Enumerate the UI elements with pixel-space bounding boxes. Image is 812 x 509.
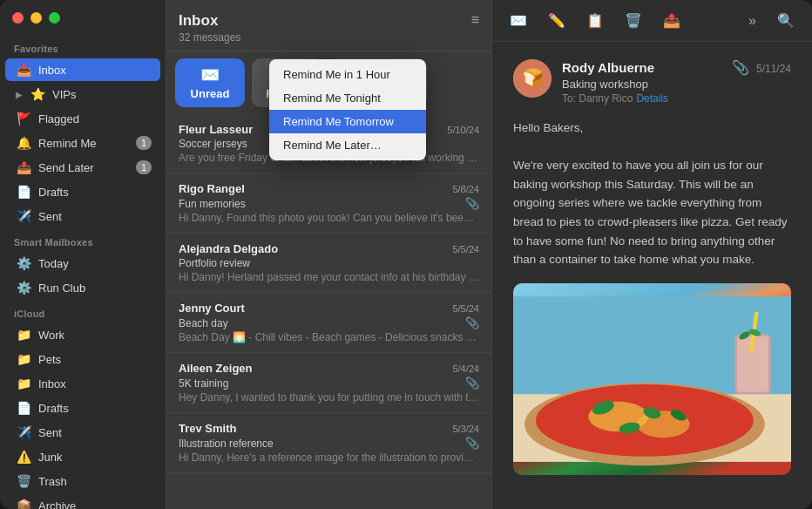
sent-icon: ✈️ xyxy=(16,208,31,224)
sidebar-item-work[interactable]: 📁 Work xyxy=(5,323,160,346)
sidebar-icloud-drafts-label: Drafts xyxy=(38,402,152,415)
sidebar-item-remind-me[interactable]: 🔔 Remind Me 1 xyxy=(5,132,160,154)
email-date: 5/11/24 xyxy=(756,63,791,75)
message-item[interactable]: Alejandra Delgado 5/5/24 Portfolio revie… xyxy=(166,234,491,293)
message-preview: Hey Danny, I wanted to thank you for put… xyxy=(179,391,479,404)
icloud-drafts-icon: 📄 xyxy=(16,400,31,416)
today-icon: ⚙️ xyxy=(16,255,31,271)
pets-icon: 📁 xyxy=(16,351,31,367)
email-subject: Baking workshop xyxy=(562,78,791,91)
icloud-sent-icon: ✈️ xyxy=(16,424,31,440)
run-club-icon: ⚙️ xyxy=(16,280,31,295)
message-date: 5/8/24 xyxy=(452,184,479,194)
message-header: Rigo Rangel 5/8/24 xyxy=(179,182,479,195)
filter-icon[interactable]: ≡ xyxy=(471,12,479,28)
message-preview: Hi Danny, Here's a reference image for t… xyxy=(179,451,479,464)
sidebar-item-today[interactable]: ⚙️ Today xyxy=(5,252,160,275)
avatar: 🍞 xyxy=(513,59,551,98)
message-item[interactable]: Aileen Zeigen 5/4/24 5K training 📎 Hey D… xyxy=(166,353,491,413)
sidebar-inbox-label: Inbox xyxy=(38,64,152,77)
message-subject: Illustration reference 📎 xyxy=(179,437,479,450)
delete-icon[interactable]: 🗑️ xyxy=(621,9,646,32)
dropdown-item-tomorrow[interactable]: Remind Me Tomorrow xyxy=(269,110,426,133)
sidebar-item-flagged[interactable]: 🚩 Flagged xyxy=(5,107,160,130)
attachment-icon: 📎 xyxy=(465,377,479,390)
move-icon[interactable]: 📋 xyxy=(583,9,607,32)
message-date: 5/3/24 xyxy=(452,424,479,434)
email-attachment-icon: 📎 xyxy=(732,59,749,76)
reply-icon[interactable]: ✉️ xyxy=(506,9,531,32)
minimize-button[interactable] xyxy=(30,12,42,24)
email-body: Hello Bakers, We're very excited to have… xyxy=(513,119,791,269)
svg-text:🍞: 🍞 xyxy=(522,67,544,88)
message-subject: Beach day 📎 xyxy=(179,316,479,329)
attachment-icon: 📎 xyxy=(465,197,479,210)
sidebar-trash-label: Trash xyxy=(38,475,152,488)
archive-icon: 📦 xyxy=(16,498,31,509)
details-link[interactable]: Details xyxy=(636,92,668,105)
sidebar-pets-label: Pets xyxy=(38,353,152,366)
sidebar-item-junk[interactable]: ⚠️ Junk xyxy=(5,445,160,468)
sidebar-icloud-inbox-label: Inbox xyxy=(38,377,152,390)
sidebar-item-drafts[interactable]: 📄 Drafts xyxy=(5,180,160,203)
message-item[interactable]: Jenny Court 5/5/24 Beach day 📎 Beach Day… xyxy=(166,293,491,353)
message-item[interactable]: Trev Smith 5/3/24 Illustration reference… xyxy=(166,413,491,473)
email-image xyxy=(513,283,791,475)
sidebar-item-vips[interactable]: ▶ ⭐ VIPs xyxy=(5,83,160,105)
message-date: 5/5/24 xyxy=(452,244,479,254)
send-later-icon: 📤 xyxy=(16,159,31,175)
vip-expand-arrow: ▶ xyxy=(16,90,23,99)
send-later-badge: 1 xyxy=(136,160,152,174)
smart-mailboxes-label: Smart Mailboxes xyxy=(0,228,166,251)
sidebar-item-icloud-inbox[interactable]: 📁 Inbox xyxy=(5,372,160,395)
vips-icon: ⭐ xyxy=(30,86,45,102)
message-header: Trev Smith 5/3/24 xyxy=(179,422,479,435)
sidebar-run-club-label: Run Club xyxy=(38,282,152,295)
sidebar-item-archive[interactable]: 📦 Archive xyxy=(5,494,160,509)
message-subject: Portfolio review xyxy=(179,257,479,269)
message-subject: 5K training 📎 xyxy=(179,377,479,390)
dropdown-item-later[interactable]: Remind Me Later… xyxy=(269,133,426,157)
message-sender: Trev Smith xyxy=(179,422,236,435)
attachment-icon: 📎 xyxy=(465,316,479,329)
close-button[interactable] xyxy=(12,12,24,24)
dropdown-item-1-hour[interactable]: Remind Me in 1 Hour xyxy=(269,63,426,86)
message-date: 5/5/24 xyxy=(452,303,479,314)
flagged-icon: 🚩 xyxy=(16,111,31,126)
compose-icon[interactable]: ✏️ xyxy=(545,9,569,32)
email-greeting: Hello Bakers, xyxy=(513,119,791,138)
message-preview: Beach Day 🌅 - Chill vibes - Beach games … xyxy=(179,331,479,343)
sidebar-item-inbox[interactable]: 📥 Inbox xyxy=(5,58,160,81)
message-item[interactable]: Rigo Rangel 5/8/24 Fun memories 📎 Hi Dan… xyxy=(166,173,491,234)
message-list: Fleur Lasseur 5/10/24 Soccer jerseys Are… xyxy=(166,114,491,509)
sidebar-item-send-later[interactable]: 📤 Send Later 1 xyxy=(5,156,160,179)
archive-toolbar-icon[interactable]: 📤 xyxy=(660,9,684,32)
sidebar-drafts-label: Drafts xyxy=(38,186,152,199)
email-header: 🍞 Rody Albuerne 📎 5/11/24 Baking worksho… xyxy=(513,59,791,105)
sidebar-item-trash[interactable]: 🗑️ Trash xyxy=(5,470,160,492)
message-sender: Rigo Rangel xyxy=(179,182,245,195)
message-date: 5/4/24 xyxy=(452,363,479,374)
email-from-line: Rody Albuerne 📎 5/11/24 xyxy=(562,59,791,76)
message-subject: Fun memories 📎 xyxy=(179,197,479,210)
sidebar-item-pets[interactable]: 📁 Pets xyxy=(5,348,160,370)
sidebar-item-icloud-sent[interactable]: ✈️ Sent xyxy=(5,421,160,444)
sidebar-send-later-label: Send Later xyxy=(38,161,129,174)
drafts-icon: 📄 xyxy=(16,184,31,200)
message-header: Aileen Zeigen 5/4/24 xyxy=(179,362,479,375)
trash-icon: 🗑️ xyxy=(16,473,31,489)
more-icon[interactable]: » xyxy=(745,10,760,32)
reading-toolbar: ✉️ ✏️ 📋 🗑️ 📤 » 🔍 xyxy=(492,0,812,42)
unread-tab-icon: ✉️ xyxy=(200,65,220,85)
search-toolbar-icon[interactable]: 🔍 xyxy=(774,9,798,32)
sidebar-flagged-label: Flagged xyxy=(38,112,152,126)
sidebar-item-run-club[interactable]: ⚙️ Run Club xyxy=(5,276,160,299)
panel-header-icons: ≡ xyxy=(471,12,479,28)
filter-tab-unread[interactable]: ✉️ Unread xyxy=(175,58,245,107)
dropdown-menu: Remind Me in 1 Hour Remind Me Tonight Re… xyxy=(269,59,426,160)
dropdown-item-tonight[interactable]: Remind Me Tonight xyxy=(269,86,426,110)
maximize-button[interactable] xyxy=(49,12,60,24)
message-header: Alejandra Delgado 5/5/24 xyxy=(179,242,479,255)
sidebar-item-icloud-drafts[interactable]: 📄 Drafts xyxy=(5,397,160,419)
sidebar-item-sent[interactable]: ✈️ Sent xyxy=(5,205,160,227)
